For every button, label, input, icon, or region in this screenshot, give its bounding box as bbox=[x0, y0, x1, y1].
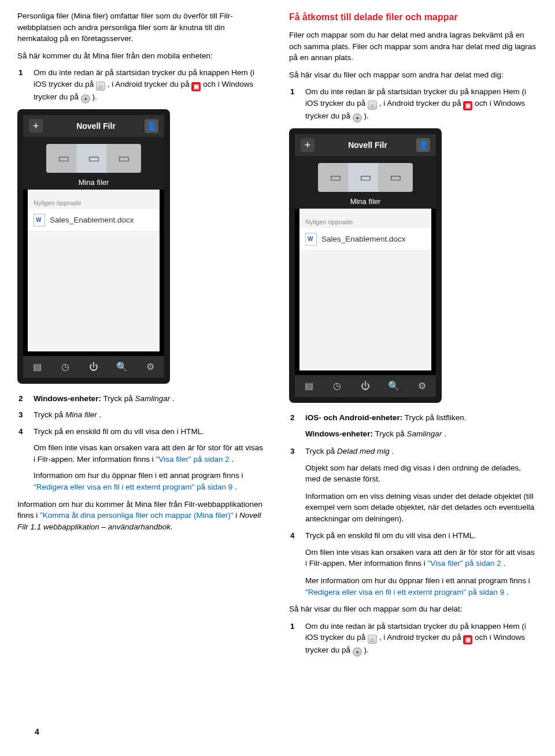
android-icon: ▣ bbox=[463, 635, 472, 644]
right-step-3: 3 Tryck på Delad med mig . Objekt som ha… bbox=[298, 446, 538, 524]
footer-para: Information om hur du kommer åt Mina fil… bbox=[17, 499, 266, 533]
files-tab-icon[interactable]: ▤ bbox=[302, 379, 315, 392]
add-icon[interactable]: + bbox=[301, 138, 314, 152]
para: Filer och mappar som du har delat med an… bbox=[289, 29, 538, 64]
step-label: Windows-enheter: bbox=[34, 394, 101, 403]
step-number: 4 bbox=[290, 530, 295, 542]
power-icon[interactable]: ⏻ bbox=[359, 379, 372, 392]
step-text: . bbox=[392, 447, 394, 455]
step-text: Tryck på listfliken. bbox=[405, 413, 467, 422]
step-text: . bbox=[172, 394, 175, 403]
tile-icon: ▭ bbox=[46, 144, 81, 173]
tail-para: Så här visar du filer och mappar som du … bbox=[289, 603, 538, 615]
step-text: ). bbox=[364, 112, 369, 120]
step-text: Tryck på bbox=[375, 429, 406, 438]
windows-icon: ✦ bbox=[353, 647, 362, 657]
link-redigera[interactable]: "Redigera eller visa en fil i ett extern… bbox=[34, 483, 232, 491]
search-icon[interactable]: 🔍 bbox=[116, 360, 128, 373]
tiles-row: ▭ ▭ ▭ bbox=[295, 163, 436, 192]
phone-title: Novell Filr bbox=[319, 139, 416, 151]
gear-icon[interactable]: ⚙ bbox=[144, 360, 157, 373]
step-para: Mer information om hur du öppnar filen i… bbox=[305, 575, 538, 598]
left-step-4: 4 Tryck på en enskild fil om du vill vis… bbox=[27, 426, 266, 493]
avatar-icon[interactable]: 👤 bbox=[145, 119, 158, 133]
para: Så här visar du filer och mappar som and… bbox=[289, 69, 538, 81]
clock-icon[interactable]: ◷ bbox=[331, 379, 343, 392]
lead-text: Så här kommer du åt Mina filer från den … bbox=[17, 50, 266, 62]
step-para: Objekt som har delats med dig visas i de… bbox=[305, 462, 538, 485]
phone-toolbar: ▤ ◷ ⏻ 🔍 ⚙ bbox=[23, 356, 164, 378]
step-number: 4 bbox=[18, 426, 23, 438]
step-para: Information om hur du öppnar filen i ett… bbox=[34, 470, 266, 492]
step-text: . bbox=[444, 429, 446, 438]
step-number: 2 bbox=[290, 412, 295, 424]
step-text: Tryck på en enskild fil om du vill visa … bbox=[305, 531, 476, 540]
tile-icon: ▭ bbox=[106, 144, 141, 173]
step-ital: Samlingar bbox=[406, 429, 442, 438]
link-visa-filer[interactable]: "Visa filer" på sidan 2 bbox=[428, 559, 501, 568]
step-text: . bbox=[506, 588, 509, 596]
tiles-label: Mina filer bbox=[23, 177, 164, 188]
step-text: ). bbox=[364, 646, 369, 654]
tail-step-1: 1 Om du inte redan är på startsidan tryc… bbox=[298, 621, 538, 657]
step-label: Windows-enheter: bbox=[305, 429, 373, 438]
right-step-1: 1 Om du inte redan är på startsidan tryc… bbox=[298, 86, 538, 123]
step-para: Om filen inte visas kan orsaken vara att… bbox=[34, 442, 266, 465]
file-name: Sales_Enablement.docx bbox=[321, 234, 406, 245]
files-tab-icon[interactable]: ▤ bbox=[31, 360, 43, 373]
step-text: . bbox=[504, 559, 506, 568]
link-komma-at[interactable]: "Komma åt dina personliga filer och mapp… bbox=[40, 511, 233, 520]
link-visa-filer[interactable]: "Visa filer" på sidan 2 bbox=[156, 455, 230, 464]
android-icon: ▣ bbox=[191, 82, 201, 91]
power-icon[interactable]: ⏻ bbox=[87, 360, 100, 373]
file-row[interactable]: Sales_Enablement.docx bbox=[28, 209, 160, 232]
add-icon[interactable]: + bbox=[29, 119, 43, 133]
android-icon: ▣ bbox=[463, 101, 472, 110]
windows-icon: ✦ bbox=[353, 113, 362, 123]
step-text: , i Android trycker du på bbox=[379, 633, 464, 642]
tiles-row: ▭ ▭ ▭ bbox=[23, 144, 164, 173]
step-text: . bbox=[99, 410, 102, 419]
phone-mock-left: + Novell Filr 👤 ▭ ▭ ▭ Mina filer Nyligen… bbox=[17, 109, 170, 384]
left-step-3: 3 Tryck på Mina filer . bbox=[27, 409, 266, 421]
link-redigera[interactable]: "Redigera eller visa en fil i ett extern… bbox=[305, 588, 504, 596]
file-row[interactable]: Sales_Enablement.docx bbox=[299, 228, 431, 251]
clock-icon[interactable]: ◷ bbox=[59, 360, 72, 373]
phone-header: + Novell Filr 👤 bbox=[295, 134, 436, 156]
step-ital: Delad med mig bbox=[337, 447, 390, 455]
section-heading: Få åtkomst till delade filer och mappar bbox=[289, 10, 538, 24]
step-text: Information om hur du öppnar filen i ett… bbox=[34, 471, 243, 480]
right-step-4: 4 Tryck på en enskild fil om du vill vis… bbox=[298, 530, 538, 598]
windows-icon: ✦ bbox=[81, 94, 90, 103]
step-text: , i Android trycker du på bbox=[108, 80, 192, 88]
step-ital: Samlingar bbox=[135, 394, 170, 403]
home-icon: ⌂ bbox=[368, 101, 377, 110]
step-number: 1 bbox=[290, 86, 295, 98]
step-text: Tryck på bbox=[103, 394, 135, 403]
step-text: Tryck på bbox=[305, 447, 337, 455]
right-step-2: 2 iOS- och Android-enheter: Tryck på lis… bbox=[298, 412, 538, 440]
phone-toolbar: ▤ ◷ ⏻ 🔍 ⚙ bbox=[295, 375, 436, 397]
search-icon[interactable]: 🔍 bbox=[387, 379, 400, 392]
step-para: Information om en viss delning visas und… bbox=[305, 491, 538, 525]
step-text: Tryck på en enskild fil om du vill visa … bbox=[34, 427, 204, 436]
word-file-icon bbox=[34, 214, 45, 227]
step-para: Om filen inte visas kan orsaken vara att… bbox=[305, 547, 538, 569]
step-text: . bbox=[235, 483, 237, 491]
gear-icon[interactable]: ⚙ bbox=[416, 379, 428, 392]
phone-header: + Novell Filr 👤 bbox=[23, 115, 164, 137]
step-text: , i Android trycker du på bbox=[379, 99, 464, 108]
step-number: 3 bbox=[290, 446, 295, 457]
home-icon: ⌂ bbox=[96, 81, 105, 91]
step-ital: Mina filer bbox=[65, 410, 97, 419]
left-step-1: 1 Om du inte redan är på startsidan tryc… bbox=[27, 67, 266, 103]
tiles-label: Mina filer bbox=[295, 197, 436, 207]
page-number: 4 bbox=[35, 726, 39, 738]
tile-icon: ▭ bbox=[378, 163, 413, 192]
avatar-icon[interactable]: 👤 bbox=[416, 138, 430, 152]
phone-title: Novell Filr bbox=[47, 120, 145, 132]
tile-icon: ▭ bbox=[318, 163, 353, 192]
step-text: . bbox=[232, 455, 234, 464]
intro-text: Personliga filer (Mina filer) omfattar f… bbox=[17, 10, 266, 45]
step-text: ). bbox=[92, 92, 97, 101]
